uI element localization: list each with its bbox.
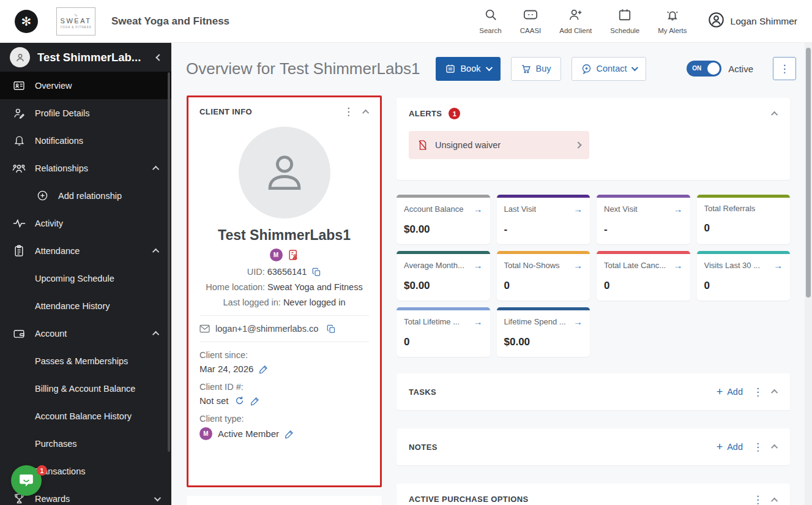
notes-add-button[interactable]: + Add bbox=[717, 441, 743, 452]
sidebar-item-activity[interactable]: Activity bbox=[0, 209, 171, 237]
contact-button[interactable]: Contact bbox=[572, 57, 647, 81]
metric-total-no-shows[interactable]: Total No-Shows→ 0 bbox=[497, 251, 590, 301]
top-bar: ✻ ∿ SWEAT YOGA & FITNESS Sweat Yoga and … bbox=[0, 0, 812, 43]
page-kebab-menu-button[interactable]: ⋮ bbox=[773, 57, 796, 80]
copy-icon[interactable] bbox=[327, 324, 336, 334]
client-avatar-large bbox=[239, 127, 330, 219]
metric-next-visit[interactable]: Next Visit→ - bbox=[597, 195, 690, 244]
edit-pencil-icon[interactable] bbox=[285, 429, 294, 439]
collapse-chevron-icon[interactable] bbox=[771, 444, 778, 451]
overview-right-column: ALERTS 1 Unsigned waiver Account Balance… bbox=[397, 98, 790, 505]
sidebar-item-billing-account-balance[interactable]: Billing & Account Balance bbox=[0, 375, 171, 402]
sidebar-item-account[interactable]: Account bbox=[0, 320, 171, 347]
tasks-panel: TASKS + Add ⋮ bbox=[397, 373, 790, 410]
arrow-right-icon[interactable]: → bbox=[573, 316, 583, 327]
metric-average-monthly[interactable]: Average Month...→ $0.00 bbox=[397, 251, 490, 301]
chat-bubble-icon bbox=[18, 473, 34, 488]
edit-pencil-icon[interactable] bbox=[250, 396, 260, 406]
studio-logo: ∿ SWEAT YOGA & FITNESS bbox=[56, 7, 95, 36]
notes-title: NOTES bbox=[409, 443, 438, 452]
arrow-right-icon[interactable]: → bbox=[474, 316, 483, 327]
nav-add-client[interactable]: Add Client bbox=[559, 8, 592, 34]
nav-schedule-label: Schedule bbox=[610, 27, 639, 34]
client-id-block: Client ID #: Not set bbox=[199, 382, 369, 406]
refresh-icon[interactable] bbox=[234, 395, 245, 406]
page-scrollbar[interactable] bbox=[805, 43, 812, 505]
collapse-chevron-icon[interactable] bbox=[771, 389, 778, 396]
home-location-value: Sweat Yoga and Fitness bbox=[267, 282, 363, 292]
sidebar-item-passes-memberships[interactable]: Passes & Memberships bbox=[0, 347, 171, 375]
metric-visits-last-30[interactable]: Visits Last 30 ...→ 0 bbox=[697, 251, 791, 301]
metric-lifetime-spend[interactable]: Lifetime Spend ...→ $0.00 bbox=[497, 307, 590, 357]
arrow-right-icon[interactable]: → bbox=[573, 204, 583, 214]
chevron-down-icon[interactable] bbox=[154, 494, 161, 501]
sidebar-item-relationships[interactable]: Relationships bbox=[0, 154, 171, 182]
metric-account-balance[interactable]: Account Balance→ $0.00 bbox=[397, 195, 490, 244]
metric-label: Total Late Canc... bbox=[604, 261, 666, 270]
tasks-kebab-icon[interactable]: ⋮ bbox=[753, 387, 763, 397]
chevron-down-icon bbox=[631, 64, 638, 71]
metric-total-lifetime[interactable]: Total Lifetime ...→ 0 bbox=[397, 307, 490, 357]
app-logo-icon[interactable]: ✻ bbox=[15, 10, 38, 33]
tasks-add-button[interactable]: + Add bbox=[717, 386, 743, 397]
book-button[interactable]: Book bbox=[436, 57, 500, 81]
collapse-chevron-icon[interactable] bbox=[771, 497, 778, 504]
client-avatar-small bbox=[10, 47, 30, 67]
sidebar-item-attendance-history[interactable]: Attendance History bbox=[0, 292, 171, 320]
active-purchase-options-panel: ACTIVE PURCHASE OPTIONS ⋮ bbox=[397, 484, 790, 505]
chat-unread-badge: 1 bbox=[37, 465, 47, 476]
active-toggle[interactable]: ON bbox=[687, 61, 721, 77]
arrow-right-icon[interactable]: → bbox=[474, 260, 483, 271]
sidebar-item-label: Upcoming Schedule bbox=[35, 274, 159, 283]
arrow-right-icon[interactable]: → bbox=[474, 204, 483, 214]
sidebar-item-add-relationship[interactable]: Add relationship bbox=[0, 182, 171, 209]
nav-search[interactable]: Search bbox=[479, 8, 501, 34]
alert-label: Unsigned waiver bbox=[435, 140, 501, 150]
client-info-kebab-icon[interactable]: ⋮ bbox=[343, 107, 354, 117]
metric-total-late-cancels[interactable]: Total Late Canc...→ 0 bbox=[597, 251, 690, 301]
studio-logo-text: SWEAT bbox=[61, 17, 92, 24]
sidebar-item-purchases[interactable]: Purchases bbox=[0, 430, 171, 457]
collapse-chevron-icon[interactable] bbox=[362, 109, 369, 116]
sidebar-scrollbar[interactable] bbox=[168, 72, 170, 452]
metric-total-referrals[interactable]: Total Referrals 0 bbox=[697, 195, 791, 244]
chevron-down-icon bbox=[485, 64, 492, 71]
sidebar-collapse-icon[interactable] bbox=[155, 54, 162, 61]
sidebar-item-attendance[interactable]: Attendance bbox=[0, 237, 171, 264]
sidebar-item-upcoming-schedule[interactable]: Upcoming Schedule bbox=[0, 264, 171, 292]
arrow-right-icon[interactable]: → bbox=[674, 204, 683, 214]
last-logged-value: Never logged in bbox=[283, 297, 346, 307]
arrow-right-icon[interactable]: → bbox=[773, 260, 783, 271]
metric-value: 0 bbox=[404, 336, 483, 348]
divider bbox=[199, 342, 369, 342]
nav-my-alerts[interactable]: My Alerts bbox=[658, 8, 687, 34]
cart-icon bbox=[521, 64, 531, 74]
notes-kebab-icon[interactable]: ⋮ bbox=[753, 442, 763, 452]
last-logged-label: Last logged in: bbox=[223, 297, 281, 307]
arrow-right-icon[interactable]: → bbox=[573, 260, 583, 271]
nav-caasi[interactable]: CAASI bbox=[520, 8, 542, 34]
edit-pencil-icon[interactable] bbox=[259, 364, 269, 374]
copy-icon[interactable] bbox=[312, 267, 321, 277]
sidebar-item-account-balance-history[interactable]: Account Balance History bbox=[0, 402, 171, 430]
sidebar-item-label: Passes & Memberships bbox=[35, 356, 159, 366]
sidebar-item-profile-details[interactable]: Profile Details bbox=[0, 99, 171, 127]
notifications-icon bbox=[12, 135, 26, 146]
active-purchase-kebab-icon[interactable]: ⋮ bbox=[753, 495, 763, 505]
sidebar-item-notifications[interactable]: Notifications bbox=[0, 127, 171, 154]
metric-last-visit[interactable]: Last Visit→ - bbox=[497, 195, 590, 244]
client-name: Test ShimmerLabs1 bbox=[199, 227, 369, 244]
sidebar-item-overview[interactable]: Overview bbox=[0, 72, 171, 99]
unsigned-waiver-icon[interactable] bbox=[288, 249, 299, 261]
arrow-right-icon[interactable]: → bbox=[674, 260, 683, 271]
scrollbar-thumb[interactable] bbox=[806, 48, 811, 297]
nav-schedule[interactable]: Schedule bbox=[610, 8, 639, 34]
alert-unsigned-waiver[interactable]: Unsigned waiver bbox=[409, 131, 589, 159]
home-location-label: Home location: bbox=[206, 282, 265, 292]
metric-value: 0 bbox=[704, 222, 783, 234]
collapse-chevron-icon[interactable] bbox=[771, 111, 778, 118]
user-menu[interactable]: Logan Shimmer bbox=[708, 12, 797, 31]
buy-button[interactable]: Buy bbox=[511, 57, 561, 81]
caasi-icon bbox=[523, 8, 538, 24]
member-badge: M bbox=[270, 249, 283, 261]
